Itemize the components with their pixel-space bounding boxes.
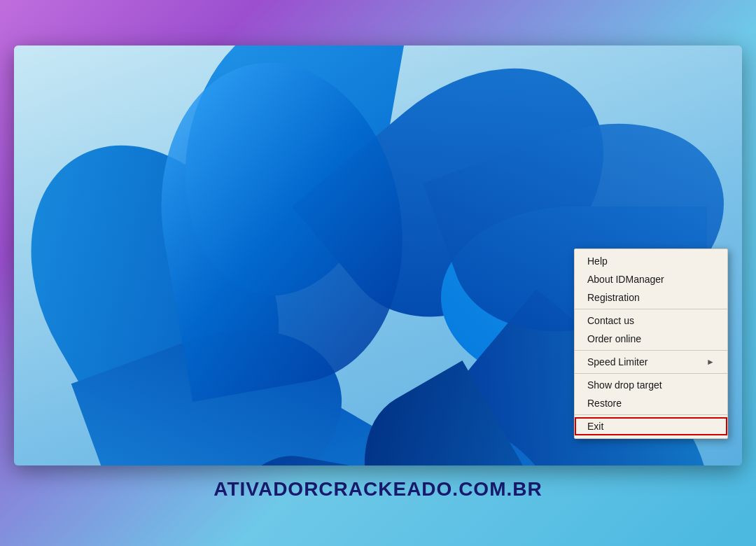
context-menu: Help About IDManager Registration Contac… <box>574 248 728 439</box>
menu-item-exit[interactable]: Exit <box>575 417 727 435</box>
separator-1 <box>575 309 727 309</box>
menu-item-about[interactable]: About IDManager <box>575 270 727 288</box>
submenu-arrow-icon: ► <box>706 357 715 367</box>
wallpaper: Help About IDManager Registration Contac… <box>14 46 742 465</box>
menu-item-restore[interactable]: Restore <box>575 394 727 412</box>
menu-item-speed-limiter[interactable]: Speed Limiter ► <box>575 353 727 371</box>
menu-item-order[interactable]: Order online <box>575 330 727 348</box>
menu-item-contact[interactable]: Contact us <box>575 312 727 330</box>
screenshot-frame: Help About IDManager Registration Contac… <box>14 46 742 465</box>
menu-item-registration[interactable]: Registration <box>575 288 727 307</box>
separator-2 <box>575 350 727 351</box>
page-wrapper: Help About IDManager Registration Contac… <box>0 46 756 500</box>
separator-4 <box>575 414 727 415</box>
watermark-section: ATIVADORCRACKEADO.COM.BR <box>214 478 542 500</box>
menu-item-help[interactable]: Help <box>575 252 727 270</box>
menu-item-show-drop[interactable]: Show drop target <box>575 376 727 394</box>
watermark-text: ATIVADORCRACKEADO.COM.BR <box>214 478 542 500</box>
separator-3 <box>575 373 727 374</box>
petal-decoration <box>49 46 574 465</box>
